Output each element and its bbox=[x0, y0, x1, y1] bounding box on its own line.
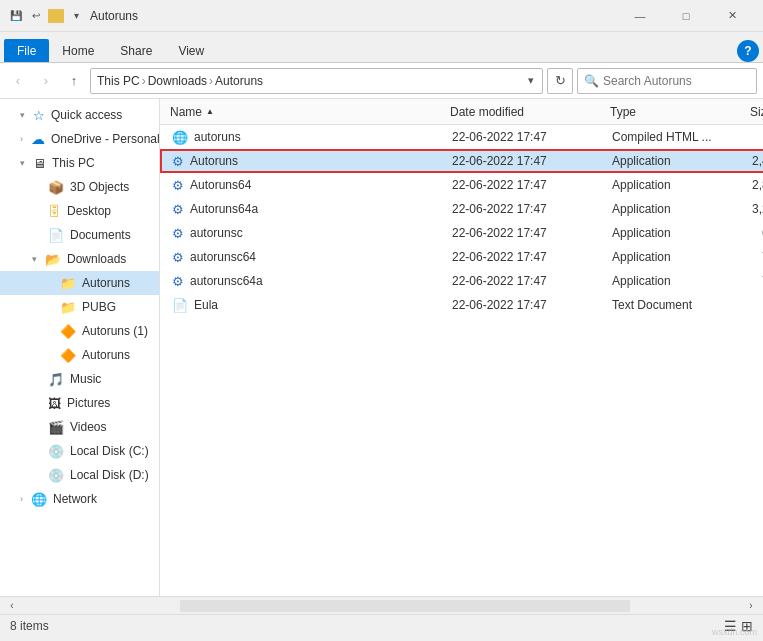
path-autoruns: Autoruns bbox=[215, 74, 263, 88]
sidebar-item-autoruns[interactable]: 📁 Autoruns bbox=[0, 271, 159, 295]
cell-name: 📄 Eula bbox=[172, 298, 452, 313]
help-button[interactable]: ? bbox=[737, 40, 759, 62]
watermark: wsxdn.com bbox=[712, 627, 757, 637]
scroll-right-button[interactable]: › bbox=[743, 598, 759, 614]
dropdown-title-icon[interactable]: ▾ bbox=[68, 8, 84, 24]
col-header-type[interactable]: Type bbox=[606, 99, 746, 124]
sidebar-item-this-pc[interactable]: ▾ 🖥 This PC bbox=[0, 151, 159, 175]
file-row-autoruns64[interactable]: ⚙ Autoruns64 22-06-2022 17:47 Applicatio… bbox=[160, 173, 763, 197]
sidebar-item-network[interactable]: › 🌐 Network bbox=[0, 487, 159, 511]
sidebar-item-3d-objects[interactable]: 📦 3D Objects bbox=[0, 175, 159, 199]
cell-name: ⚙ autorunsc64a bbox=[172, 274, 452, 289]
file-name: Autoruns64 bbox=[190, 178, 251, 192]
sidebar: ▾ ☆ Quick access › ☁ OneDrive - Personal… bbox=[0, 99, 160, 596]
search-bar[interactable]: 🔍 bbox=[577, 68, 757, 94]
file-row-autorunsc64[interactable]: ⚙ autorunsc64 22-06-2022 17:47 Applicati… bbox=[160, 245, 763, 269]
search-input[interactable] bbox=[603, 74, 750, 88]
sidebar-item-quick-access[interactable]: ▾ ☆ Quick access bbox=[0, 103, 159, 127]
sidebar-item-videos[interactable]: 🎬 Videos bbox=[0, 415, 159, 439]
sidebar-item-autoruns1[interactable]: 🔶 Autoruns (1) bbox=[0, 319, 159, 343]
sidebar-item-documents[interactable]: 📄 Documents bbox=[0, 223, 159, 247]
scroll-left-button[interactable]: ‹ bbox=[4, 598, 20, 614]
3d-icon: 📦 bbox=[48, 180, 64, 195]
up-button[interactable]: ↑ bbox=[62, 69, 86, 93]
drive-d-icon: 💿 bbox=[48, 468, 64, 483]
sidebar-label: Videos bbox=[70, 420, 106, 434]
address-path: This PC › Downloads › Autoruns bbox=[97, 74, 522, 88]
sidebar-item-downloads[interactable]: ▾ 📂 Downloads bbox=[0, 247, 159, 271]
tab-home[interactable]: Home bbox=[49, 39, 107, 62]
path-thispc: This PC bbox=[97, 74, 140, 88]
address-bar[interactable]: This PC › Downloads › Autoruns ▾ bbox=[90, 68, 543, 94]
undo-icon: ↩ bbox=[28, 8, 44, 24]
cell-size: 2,444 K bbox=[752, 154, 763, 168]
col-header-size[interactable]: Size bbox=[746, 99, 763, 124]
cell-type: Application bbox=[612, 274, 752, 288]
h-scrollbar-track[interactable] bbox=[180, 600, 743, 612]
forward-button[interactable]: › bbox=[34, 69, 58, 93]
ribbon-tabs: File Home Share View ? bbox=[0, 32, 763, 62]
docs-icon: 📄 bbox=[48, 228, 64, 243]
file-row-autoruns-html[interactable]: 🌐 autoruns 22-06-2022 17:47 Compiled HTM… bbox=[160, 125, 763, 149]
close-button[interactable]: ✕ bbox=[709, 0, 755, 32]
file-row-autoruns64a[interactable]: ⚙ Autoruns64a 22-06-2022 17:47 Applicati… bbox=[160, 197, 763, 221]
sidebar-label: OneDrive - Personal bbox=[51, 132, 160, 146]
cell-date: 22-06-2022 17:47 bbox=[452, 250, 612, 264]
cell-size: 770 K bbox=[752, 250, 763, 264]
sort-icon: ▲ bbox=[206, 107, 214, 116]
pubg-folder-icon: 📁 bbox=[60, 300, 76, 315]
col-header-name[interactable]: Name ▲ bbox=[166, 99, 446, 124]
cell-date: 22-06-2022 17:47 bbox=[452, 226, 612, 240]
downloads-folder-icon: 📂 bbox=[45, 252, 61, 267]
drive-c-icon: 💿 bbox=[48, 444, 64, 459]
sidebar-label: Quick access bbox=[51, 108, 122, 122]
minimize-button[interactable]: — bbox=[617, 0, 663, 32]
pictures-icon: 🖼 bbox=[48, 396, 61, 411]
sidebar-item-local-d[interactable]: 💿 Local Disk (D:) bbox=[0, 463, 159, 487]
cloud-icon: ☁ bbox=[31, 131, 45, 147]
sidebar-item-autoruns2[interactable]: 🔶 Autoruns bbox=[0, 343, 159, 367]
col-header-date[interactable]: Date modified bbox=[446, 99, 606, 124]
sidebar-label: Network bbox=[53, 492, 97, 506]
sidebar-item-pictures[interactable]: 🖼 Pictures bbox=[0, 391, 159, 415]
file-row-autorunsc[interactable]: ⚙ autorunsc 22-06-2022 17:47 Application… bbox=[160, 221, 763, 245]
sidebar-item-local-c[interactable]: 💿 Local Disk (C:) bbox=[0, 439, 159, 463]
sidebar-item-desktop[interactable]: 🗄 Desktop bbox=[0, 199, 159, 223]
sidebar-label: Music bbox=[70, 372, 101, 386]
sidebar-item-pubg[interactable]: 📁 PUBG bbox=[0, 295, 159, 319]
back-button[interactable]: ‹ bbox=[6, 69, 30, 93]
folder-title-icon bbox=[48, 8, 64, 24]
cell-name: ⚙ autorunsc bbox=[172, 226, 452, 241]
cell-date: 22-06-2022 17:47 bbox=[452, 178, 612, 192]
app-file-icon: ⚙ bbox=[172, 250, 184, 265]
file-row-eula[interactable]: 📄 Eula 22-06-2022 17:47 Text Document 8 … bbox=[160, 293, 763, 317]
sidebar-item-music[interactable]: 🎵 Music bbox=[0, 367, 159, 391]
star-icon: ☆ bbox=[33, 108, 45, 123]
txt-file-icon: 📄 bbox=[172, 298, 188, 313]
cell-type: Compiled HTML ... bbox=[612, 130, 752, 144]
window-title: Autoruns bbox=[90, 9, 138, 23]
address-dropdown-button[interactable]: ▾ bbox=[526, 74, 536, 87]
sidebar-label: PUBG bbox=[82, 300, 116, 314]
cell-date: 22-06-2022 17:47 bbox=[452, 274, 612, 288]
refresh-button[interactable]: ↻ bbox=[547, 68, 573, 94]
file-row-autoruns-exe[interactable]: ⚙ Autoruns 22-06-2022 17:47 Application … bbox=[160, 149, 763, 173]
file-name: Autoruns64a bbox=[190, 202, 258, 216]
tab-file[interactable]: File bbox=[4, 39, 49, 62]
title-bar: 💾 ↩ ▾ Autoruns — □ ✕ bbox=[0, 0, 763, 32]
autoruns-folder-icon: 📁 bbox=[60, 276, 76, 291]
sidebar-item-onedrive[interactable]: › ☁ OneDrive - Personal bbox=[0, 127, 159, 151]
h-scrollbar-thumb[interactable] bbox=[180, 600, 630, 612]
chevron-icon: ▾ bbox=[32, 254, 37, 264]
sidebar-label: 3D Objects bbox=[70, 180, 129, 194]
music-icon: 🎵 bbox=[48, 372, 64, 387]
cell-name: 🌐 autoruns bbox=[172, 130, 452, 145]
file-row-autorunsc64a[interactable]: ⚙ autorunsc64a 22-06-2022 17:47 Applicat… bbox=[160, 269, 763, 293]
maximize-button[interactable]: □ bbox=[663, 0, 709, 32]
tab-share[interactable]: Share bbox=[107, 39, 165, 62]
cell-name: ⚙ autorunsc64 bbox=[172, 250, 452, 265]
col-size-label: Size bbox=[750, 105, 763, 119]
tab-view[interactable]: View bbox=[165, 39, 217, 62]
app-file-icon: ⚙ bbox=[172, 202, 184, 217]
file-name: Autoruns bbox=[190, 154, 238, 168]
